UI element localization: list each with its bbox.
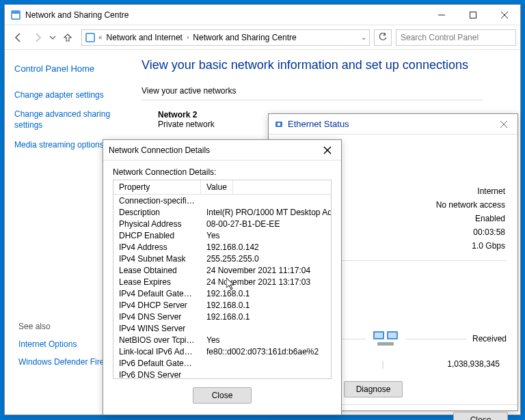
- network-type: Private network: [158, 120, 215, 129]
- ethernet-icon: [274, 120, 284, 129]
- list-item[interactable]: Lease Expires24 November 2021 13:17:03: [113, 276, 331, 288]
- svg-rect-15: [375, 333, 383, 338]
- svg-rect-16: [388, 333, 396, 338]
- value-cell: [201, 357, 331, 369]
- svg-rect-8: [87, 34, 94, 41]
- crumb-parent[interactable]: Network and Internet: [104, 33, 185, 42]
- value-cell: 24 November 2021 13:17:03: [201, 276, 331, 288]
- window-title: Network and Sharing Centre: [25, 10, 426, 20]
- value-cell: [201, 195, 331, 206]
- chevron-right-icon: «: [97, 33, 104, 41]
- property-cell: IPv4 Default Gateway: [113, 288, 201, 299]
- recent-dropdown[interactable]: [47, 28, 58, 47]
- property-cell: Lease Obtained: [113, 264, 201, 276]
- chevron-down-icon[interactable]: ⌄: [361, 33, 366, 41]
- received-label: Received: [472, 334, 507, 344]
- property-cell: IPv4 WINS Server: [113, 322, 201, 334]
- list-item[interactable]: IPv4 Subnet Mask255.255.255.0: [113, 253, 331, 264]
- list-item[interactable]: IPv4 DNS Server192.168.0.1: [113, 311, 331, 322]
- value-cell: Yes: [201, 229, 331, 241]
- value-cell: 192.168.0.1: [201, 311, 331, 322]
- details-list: Property Value Connection-specific DN…De…: [113, 180, 332, 379]
- property-cell: Physical Address: [113, 218, 201, 229]
- titlebar: Network and Sharing Centre: [5, 5, 520, 25]
- breadcrumb[interactable]: « Network and Internet › Network and Sha…: [81, 29, 370, 46]
- list-item[interactable]: IPv6 DNS Server: [113, 369, 331, 379]
- breadcrumb-icon: [85, 32, 96, 43]
- list-item[interactable]: IPv4 DHCP Server192.168.0.1: [113, 299, 331, 311]
- value-cell: 192.168.0.142: [201, 241, 331, 253]
- value-cell: Yes: [201, 334, 331, 346]
- search-input[interactable]: Search Control Panel: [396, 29, 516, 46]
- close-button[interactable]: [489, 5, 520, 25]
- toolbar: « Network and Internet › Network and Sha…: [5, 25, 520, 50]
- sidebar-home[interactable]: Control Panel Home: [14, 64, 132, 74]
- see-also-label: See also: [18, 322, 112, 331]
- property-cell: IPv6 DNS Server: [113, 369, 201, 379]
- list-item[interactable]: IPv4 WINS Server: [113, 322, 331, 334]
- value-cell: Intel(R) PRO/1000 MT Desktop Adapter: [201, 206, 331, 218]
- list-item[interactable]: DHCP EnabledYes: [113, 229, 331, 241]
- property-cell: Lease Expires: [113, 276, 201, 288]
- divider: [142, 100, 483, 100]
- value-cell: fe80::d002:d073:161d:b6ae%2: [201, 346, 331, 357]
- up-button[interactable]: [58, 28, 77, 47]
- property-cell: DHCP Enabled: [113, 229, 201, 241]
- see-also-internet-options[interactable]: Internet Options: [18, 339, 112, 349]
- back-button[interactable]: [9, 28, 28, 47]
- dialog-titlebar[interactable]: Ethernet Status: [269, 114, 517, 135]
- list-item[interactable]: IPv6 Default Gateway: [113, 357, 331, 369]
- view-active-label: View your active networks: [142, 86, 520, 96]
- search-placeholder: Search Control Panel: [401, 33, 479, 42]
- ncd-subtitle: Network Connection Details:: [113, 167, 332, 177]
- dialog-title: Network Connection Details: [109, 145, 210, 155]
- list-item[interactable]: Connection-specific DN…: [113, 195, 331, 206]
- value-cell: 255.255.255.0: [201, 253, 331, 264]
- network-connection-details-dialog: Network Connection Details Network Conne…: [103, 139, 342, 415]
- ncd-close-button[interactable]: Close: [193, 387, 252, 404]
- svg-rect-10: [278, 123, 280, 126]
- list-item[interactable]: IPv4 Address192.168.0.142: [113, 241, 331, 253]
- property-cell: IPv4 Address: [113, 241, 201, 253]
- property-cell: Link-local IPv6 Address: [113, 346, 201, 357]
- list-item[interactable]: DescriptionIntel(R) PRO/1000 MT Desktop …: [113, 206, 331, 218]
- sidebar-item-sharing[interactable]: Change advanced sharing settings: [14, 109, 132, 130]
- refresh-button[interactable]: [374, 29, 392, 46]
- dialog-close-button[interactable]: [496, 116, 512, 132]
- list-item[interactable]: IPv4 Default Gateway192.168.0.1: [113, 288, 331, 299]
- see-also-firewall[interactable]: Windows Defender Fire…: [18, 357, 112, 367]
- column-property[interactable]: Property: [113, 180, 201, 194]
- sidebar-item-adapter[interactable]: Change adapter settings: [14, 90, 132, 100]
- svg-rect-17: [377, 342, 394, 346]
- maximize-button[interactable]: [457, 5, 489, 25]
- list-item[interactable]: NetBIOS over Tcpip En…Yes: [113, 334, 331, 346]
- property-cell: IPv4 DHCP Server: [113, 299, 201, 311]
- property-cell: IPv6 Default Gateway: [113, 357, 201, 369]
- column-value[interactable]: Value: [201, 180, 233, 194]
- crumb-current[interactable]: Network and Sharing Centre: [190, 33, 299, 42]
- value-cell: 192.168.0.1: [201, 299, 331, 311]
- control-panel-icon: [10, 10, 21, 20]
- value-cell: [201, 369, 331, 379]
- bytes-received: 1,038,938,345: [447, 359, 500, 369]
- value-cell: [201, 322, 331, 334]
- value-cell: 08-00-27-B1-DE-EE: [201, 218, 331, 229]
- value-cell: 192.168.0.1: [201, 288, 331, 299]
- chevron-right-icon: ›: [185, 33, 190, 41]
- dialog-close-button[interactable]: [319, 142, 336, 158]
- list-item[interactable]: Link-local IPv6 Addressfe80::d002:d073:1…: [113, 346, 331, 357]
- list-item[interactable]: Physical Address08-00-27-B1-DE-EE: [113, 218, 331, 229]
- property-cell: Description: [113, 206, 201, 218]
- property-cell: NetBIOS over Tcpip En…: [113, 334, 201, 346]
- list-item[interactable]: Lease Obtained24 November 2021 11:17:04: [113, 264, 331, 276]
- property-cell: IPv4 Subnet Mask: [113, 253, 201, 264]
- diagnose-button[interactable]: Diagnose: [344, 381, 403, 397]
- network-name: Network 2: [158, 110, 215, 120]
- eth-close-button[interactable]: Close: [453, 412, 508, 420]
- computers-icon: [371, 326, 400, 351]
- dialog-titlebar[interactable]: Network Connection Details: [103, 140, 341, 160]
- forward-button[interactable]: [28, 28, 47, 47]
- minimize-button[interactable]: [426, 5, 457, 25]
- property-cell: IPv4 DNS Server: [113, 311, 201, 322]
- svg-rect-2: [12, 12, 19, 14]
